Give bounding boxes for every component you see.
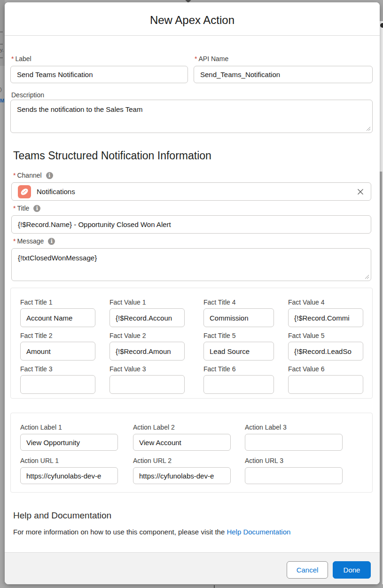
fact-values-column-2: Fact Value 4 {!$Record.Commi Fact Value … <box>288 298 363 399</box>
fact-value-3-label: Fact Value 3 <box>109 365 185 373</box>
label-input[interactable]: Send Teams Notification <box>10 66 188 83</box>
action-label-1-input[interactable]: View Opportunity <box>20 434 118 451</box>
fact-title-3-label: Fact Title 3 <box>20 365 95 373</box>
fact-value-6-label: Fact Value 6 <box>288 365 363 373</box>
screen: y. ) M New Apex Action * Label Send Team… <box>0 0 383 588</box>
modal-footer: Cancel Done <box>5 552 380 584</box>
backdrop-left-strip <box>0 0 5 66</box>
fact-titles-column-1: Fact Title 1 Account Name Fact Title 2 A… <box>20 298 95 399</box>
api-name-input[interactable]: Send_Teams_Notification <box>194 66 373 83</box>
fact-value-4-input[interactable]: {!$Record.Commi <box>288 308 363 327</box>
required-marker: * <box>13 172 16 179</box>
api-name-field-label: * API Name <box>195 55 228 63</box>
fact-title-2-label: Fact Title 2 <box>20 332 95 339</box>
fact-value-2-label: Fact Value 2 <box>109 332 185 339</box>
message-textarea[interactable]: {!txtClosedWonMessage} <box>11 248 371 281</box>
modal-title: New Apex Action <box>5 14 380 27</box>
fact-title-1-input[interactable]: Account Name <box>20 308 95 327</box>
required-marker: * <box>11 55 14 63</box>
action-url-1-input[interactable]: https://cyfunolabs-dev-e <box>20 467 118 484</box>
description-field-label: Description <box>11 91 44 99</box>
fact-value-5-label: Fact Value 5 <box>288 332 363 339</box>
action-url-2-input[interactable]: https://cyfunolabs-dev-e <box>133 467 231 484</box>
fact-title-3-input[interactable] <box>20 375 95 394</box>
title-input[interactable]: {!$Record.Name} - Opportunity Closed Won… <box>11 215 371 234</box>
fact-title-4-label: Fact Title 4 <box>203 298 274 306</box>
action-label-2-label: Action Label 2 <box>133 423 231 431</box>
backdrop-text-fragment: ) <box>0 86 2 92</box>
fact-title-1-label: Fact Title 1 <box>20 298 95 306</box>
action-label-3-label: Action Label 3 <box>245 423 343 431</box>
fact-value-4-label: Fact Value 4 <box>288 298 363 306</box>
facts-group: Fact Title 1 Account Name Fact Title 2 A… <box>10 288 373 399</box>
backdrop-dash <box>0 57 3 58</box>
channel-combobox[interactable]: Notifications <box>11 182 371 201</box>
fact-value-3-input[interactable] <box>109 375 185 394</box>
fact-title-5-label: Fact Title 5 <box>203 332 274 339</box>
backdrop-right-strip <box>380 21 383 172</box>
action-label-2-input[interactable]: View Account <box>133 434 231 451</box>
required-marker: * <box>13 204 16 212</box>
channel-field-label: * Channel i <box>13 172 53 179</box>
done-button[interactable]: Done <box>333 561 371 579</box>
fact-value-2-input[interactable]: {!$Record.Amoun <box>109 342 185 361</box>
resize-handle-icon[interactable] <box>366 126 371 131</box>
action-url-3-label: Action URL 3 <box>245 457 343 464</box>
fact-title-6-label: Fact Title 6 <box>203 365 274 373</box>
channel-notification-icon <box>18 185 31 198</box>
backdrop-dash <box>0 31 3 32</box>
clear-icon[interactable] <box>357 188 364 196</box>
info-icon[interactable]: i <box>46 172 53 179</box>
required-marker: * <box>195 55 197 63</box>
action-url-3-input[interactable] <box>245 467 343 484</box>
fact-title-2-input[interactable]: Amount <box>20 342 95 361</box>
fact-value-6-input[interactable] <box>288 375 363 394</box>
section-heading: Teams Structured Notification Informatio… <box>13 149 211 162</box>
fact-title-5-input[interactable]: Lead Source <box>203 342 274 361</box>
modal-header: New Apex Action <box>5 2 380 36</box>
cancel-button[interactable]: Cancel <box>287 561 328 579</box>
help-heading: Help and Documentation <box>13 510 111 521</box>
resize-handle-icon[interactable] <box>365 274 369 279</box>
title-field-label: * Title i <box>13 204 40 212</box>
action-url-1-label: Action URL 1 <box>20 457 118 464</box>
action-url-2-label: Action URL 2 <box>133 457 231 464</box>
fact-titles-column-2: Fact Title 4 Commission Fact Title 5 Lea… <box>203 298 274 399</box>
backdrop-bottom-line <box>214 585 215 588</box>
actions-group: Action Label 1 View Opportunity Action U… <box>10 413 373 493</box>
fact-title-6-input[interactable] <box>203 375 274 394</box>
fact-value-5-input[interactable]: {!$Record.LeadSo <box>288 342 363 361</box>
fact-value-1-label: Fact Value 1 <box>109 298 185 306</box>
fact-values-column-1: Fact Value 1 {!$Record.Accoun Fact Value… <box>109 298 185 399</box>
action-label-1-label: Action Label 1 <box>20 423 118 431</box>
info-icon[interactable]: i <box>33 205 40 212</box>
help-text: For more information on how to use this … <box>13 528 290 536</box>
fact-value-1-input[interactable]: {!$Record.Accoun <box>109 308 185 327</box>
required-marker: * <box>13 237 16 245</box>
action-column-2: Action Label 2 View Account Action URL 2… <box>133 423 231 490</box>
help-documentation-link[interactable]: Help Documentation <box>227 528 290 536</box>
action-column-1: Action Label 1 View Opportunity Action U… <box>20 423 118 490</box>
description-textarea[interactable]: Sends the notification to the Sales Team <box>10 100 373 133</box>
backdrop-dash <box>0 44 3 45</box>
backdrop-glyph <box>380 23 383 28</box>
label-field-label: * Label <box>11 55 31 63</box>
info-icon[interactable]: i <box>48 238 55 245</box>
fact-title-4-input[interactable]: Commission <box>203 308 274 327</box>
message-field-label: * Message i <box>13 237 55 245</box>
channel-selected-value: Notifications <box>37 188 75 196</box>
action-column-3: Action Label 3 Action URL 3 <box>245 423 343 490</box>
action-label-3-input[interactable] <box>245 434 343 451</box>
new-apex-action-modal: New Apex Action * Label Send Teams Notif… <box>5 2 380 584</box>
backdrop-text-fragment: y. <box>0 47 4 53</box>
backdrop-text-fragment: M <box>0 98 4 103</box>
